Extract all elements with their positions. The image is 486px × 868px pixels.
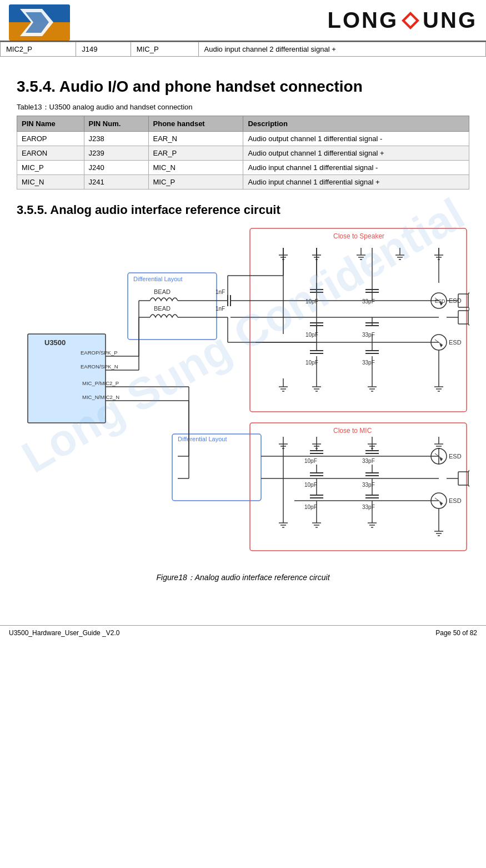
header-col3: MIC_P — [131, 42, 198, 57]
circuit-svg: Close to Speaker — [17, 223, 469, 556]
svg-text:Differential Layout: Differential Layout — [178, 436, 227, 442]
table-row: MIC_P J240 MIC_N Audio input channel 1 d… — [17, 161, 469, 175]
svg-text:33pF: 33pF — [362, 458, 375, 464]
svg-text:33pF: 33pF — [362, 298, 375, 305]
header-col2: J149 — [76, 42, 131, 57]
svg-text:Close to Speaker: Close to Speaker — [333, 232, 384, 240]
svg-text:33pF: 33pF — [362, 332, 375, 338]
cell-desc: Audio output channel 1 differential sign… — [243, 132, 469, 146]
page-footer: U3500_Hardware_User_Guide _V2.0 Page 50 … — [0, 625, 486, 640]
svg-text:33pF: 33pF — [362, 504, 375, 510]
header-col4: Audio input channel 2 differential signa… — [198, 42, 485, 57]
section-355-heading: 3.5.5. Analog audio interface reference … — [17, 203, 469, 217]
col-pin-name: PIN Name — [17, 116, 84, 132]
svg-text:Differential Layout: Differential Layout — [133, 276, 182, 282]
svg-text:10pF: 10pF — [305, 332, 318, 338]
svg-text:ESD: ESD — [449, 497, 462, 504]
svg-text:33pF: 33pF — [362, 482, 375, 488]
svg-line-88 — [468, 324, 469, 328]
svg-text:1nF: 1nF — [216, 306, 225, 312]
cell-handset: MIC_N — [148, 161, 243, 175]
cell-handset: EAR_N — [148, 132, 243, 146]
cell-pin-name: MIC_N — [17, 175, 84, 189]
svg-rect-123 — [28, 334, 106, 423]
cell-pin-num: J238 — [84, 132, 148, 146]
svg-text:EARON/SPK_N: EARON/SPK_N — [81, 363, 118, 370]
table13-caption: Table13：U3500 analog audio and handset c… — [17, 102, 469, 112]
svg-line-185 — [468, 485, 469, 490]
table-row: MIC_N J241 MIC_P Audio input channel 1 d… — [17, 175, 469, 189]
cell-desc: Audio output channel 1 differential sign… — [243, 146, 469, 161]
header-col1: MIC2_P — [1, 42, 76, 57]
logo-left — [9, 4, 70, 41]
brand-logo: LONG UNG — [328, 8, 477, 37]
col-description: Description — [243, 116, 469, 132]
cell-desc: Audio input channel 1 differential signa… — [243, 161, 469, 175]
svg-text:33pF: 33pF — [362, 360, 375, 366]
brand-ung: UNG — [423, 8, 477, 33]
svg-text:BEAD: BEAD — [154, 305, 171, 312]
page-header: LONG UNG — [0, 0, 486, 42]
svg-line-184 — [468, 467, 469, 472]
svg-rect-6 — [250, 228, 467, 412]
page-content: Long Sung Confidential 3.5.4. Audio I/O … — [0, 57, 486, 614]
svg-text:ESD: ESD — [449, 339, 462, 346]
col-pin-num: PIN Num. — [84, 116, 148, 132]
cell-desc: Audio input channel 1 differential signa… — [243, 175, 469, 189]
table-row: EARON J239 EAR_P Audio output channel 1 … — [17, 146, 469, 161]
section-354-heading: 3.5.4. Audio I/O and phone handset conne… — [17, 77, 469, 97]
cell-handset: MIC_P — [148, 175, 243, 189]
svg-text:10pF: 10pF — [304, 504, 317, 510]
svg-line-71 — [468, 290, 469, 294]
cell-pin-num: J240 — [84, 161, 148, 175]
svg-text:BEAD: BEAD — [154, 288, 171, 295]
svg-text:10pF: 10pF — [304, 458, 317, 464]
cell-pin-num: J239 — [84, 146, 148, 161]
svg-rect-135 — [172, 434, 261, 501]
svg-text:1nF: 1nF — [216, 289, 225, 295]
cell-pin-name: EARON — [17, 146, 84, 161]
circuit-diagram: Close to Speaker — [17, 223, 469, 556]
svg-text:10pF: 10pF — [305, 298, 318, 305]
cell-pin-name: MIC_P — [17, 161, 84, 175]
svg-rect-143 — [250, 423, 467, 551]
header-table: MIC2_P J149 MIC_P Audio input channel 2 … — [0, 42, 486, 57]
svg-text:U3500: U3500 — [44, 338, 66, 347]
col-phone-handset: Phone handset — [148, 116, 243, 132]
svg-text:EAROP/SPK_P: EAROP/SPK_P — [81, 350, 118, 356]
footer-left: U3500_Hardware_User_Guide _V2.0 — [9, 629, 119, 637]
brand-long: LONG — [328, 8, 399, 33]
cell-pin-num: J241 — [84, 175, 148, 189]
brand-icon — [399, 9, 422, 32]
figure-caption: Figure18：Analog audio interface referenc… — [17, 573, 469, 583]
svg-text:10pF: 10pF — [305, 360, 318, 366]
svg-text:ESD: ESD — [449, 453, 462, 460]
svg-text:MIC_N/MIC2_N: MIC_N/MIC2_N — [82, 394, 119, 400]
table-row: EAROP J238 EAR_N Audio output channel 1 … — [17, 132, 469, 146]
table-13: PIN Name PIN Num. Phone handset Descript… — [17, 116, 469, 189]
svg-text:Close to MIC: Close to MIC — [333, 427, 372, 435]
cell-pin-name: EAROP — [17, 132, 84, 146]
svg-text:10pF: 10pF — [304, 482, 317, 488]
svg-rect-30 — [128, 273, 217, 340]
svg-text:MIC_P/MIC2_P: MIC_P/MIC2_P — [82, 380, 119, 386]
footer-right: Page 50 of 82 — [435, 629, 477, 637]
cell-handset: EAR_P — [148, 146, 243, 161]
